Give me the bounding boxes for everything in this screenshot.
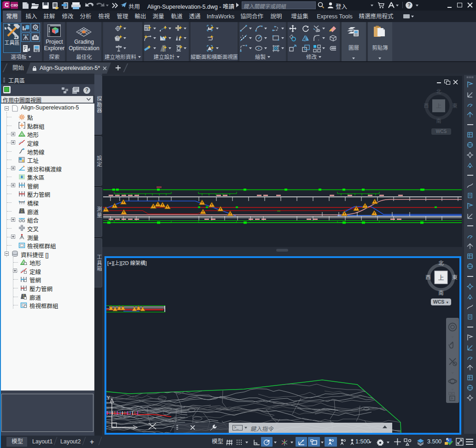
svg-text:上: 上 — [438, 274, 444, 281]
svg-text:上: 上 — [436, 103, 441, 109]
svg-text:北: 北 — [436, 89, 441, 94]
svg-text:北: 北 — [438, 260, 444, 266]
svg-text:Y: Y — [107, 396, 110, 401]
svg-text:西: 西 — [424, 103, 429, 109]
svg-text:南: 南 — [438, 290, 444, 296]
svg-text:東: 東 — [453, 103, 458, 109]
svg-text:東: 東 — [452, 275, 458, 280]
svg-text:南: 南 — [436, 118, 441, 124]
svg-text:C: C — [5, 2, 9, 8]
svg-text:西: 西 — [425, 275, 431, 280]
